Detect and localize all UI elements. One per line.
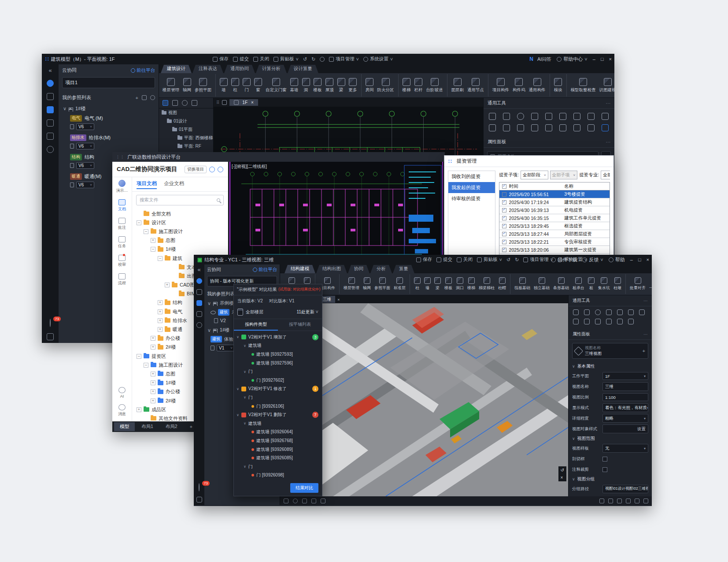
minimize-button[interactable]: – (630, 257, 633, 262)
ribbon-button[interactable]: 台阶坡道 (425, 74, 445, 97)
system-settings-menu[interactable]: 系统设置˅ (363, 56, 393, 62)
ribbon-button[interactable]: 洞 (300, 74, 312, 97)
split-tool-icon[interactable] (489, 124, 496, 131)
units-icon[interactable] (635, 499, 639, 503)
measure-tool-icon[interactable] (628, 319, 634, 324)
dialog-nav-item[interactable]: 我发起的提资 (448, 182, 495, 193)
feedback-menu[interactable]: 反馈˅ (582, 257, 603, 263)
group-tool-icon[interactable] (517, 124, 524, 131)
copy-tool-icon[interactable] (503, 113, 510, 120)
dialog-nav-item[interactable]: 我收到的提资 (448, 171, 495, 182)
ribbon-button[interactable]: 屋顶 (324, 74, 336, 97)
property-row[interactable]: ∨ 详细程度 粗略▾ (569, 413, 652, 424)
ribbon-button[interactable]: 楼板 (443, 274, 454, 294)
ribbon-button[interactable]: 批量对齐 (625, 274, 647, 294)
ribbon-button[interactable]: 楼层管理 (339, 274, 361, 294)
add-reference-icon[interactable]: + (136, 95, 138, 100)
layout-tab[interactable]: 布局1 (136, 422, 159, 431)
ribbon-button[interactable]: 楼层管理 (161, 74, 181, 97)
compare-tree-item[interactable]: ∨ 门 [93926098] (235, 471, 321, 480)
compare-tree-item[interactable]: ∨ 门 (235, 462, 321, 471)
ribbon-button[interactable]: 面层刷 (447, 74, 466, 97)
expand-toggle-icon[interactable]: − (144, 229, 148, 234)
compare-tree-item[interactable]: ∨ 建筑墙 (235, 419, 321, 428)
project-name-field[interactable]: 项目1 (62, 77, 155, 88)
ribbon-button[interactable]: 楼梯 (466, 274, 477, 294)
ribbon-tab[interactable]: 算量 (393, 265, 414, 273)
table-row[interactable]: 2025/4/30 17:19:24 建筑提资结构 一键提资 (499, 198, 610, 206)
split-view-icon[interactable] (222, 100, 227, 105)
ribbon-button[interactable]: 轴网 (361, 274, 373, 294)
redo-icon[interactable]: ↻ (311, 56, 315, 62)
stretch-tool-icon[interactable] (573, 319, 579, 324)
expand-arrow-icon[interactable]: ∨ (237, 413, 239, 417)
compare-tree-item[interactable]: ∨ 门 (235, 393, 321, 402)
ribbon-button[interactable]: 墙 (215, 74, 229, 97)
array-tool-icon[interactable] (503, 124, 510, 131)
w1-titlebar[interactable]: ∷ 建筑模型（M）- 平面视图: 1F 保存 提交 关闭 剪贴板˅ ↺ ↻ 项目… (42, 54, 614, 64)
row-checkbox[interactable] (502, 232, 506, 236)
file-tree-item[interactable]: − 1#楼 (134, 245, 226, 254)
model-cube-icon[interactable] (47, 93, 54, 100)
row-checkbox[interactable] (502, 208, 506, 212)
property-row[interactable]: ∨ 视图范围 ▾ (569, 434, 652, 443)
project-manage-menu[interactable]: 项目管理˅ (523, 257, 553, 263)
ribbon-tab[interactable]: 协同 (348, 265, 370, 273)
property-row[interactable]: ∨ 视图分组 ▾ (569, 475, 652, 484)
property-row[interactable]: ∨ 工作平面 1F▾ (569, 371, 652, 381)
add-icon[interactable]: + (643, 348, 645, 354)
compare-tree-item[interactable]: ∨ 建筑墙 (235, 342, 321, 350)
discipline-select[interactable]: 全部专业˅ (601, 171, 610, 179)
compare-tree-item[interactable]: ∨ 建筑墙 [93926085] (235, 454, 321, 462)
table-row[interactable]: 2025/3/13 18:20:06 建筑第一次提资 一键提资 (499, 246, 610, 254)
match-tool-icon[interactable] (602, 124, 609, 131)
ribbon-button[interactable]: 窗 (252, 74, 264, 97)
row-checkbox[interactable] (502, 192, 506, 197)
ribbon-button[interactable]: 更多 (347, 74, 359, 97)
filter-icon[interactable] (172, 100, 178, 106)
history-clock-icon[interactable] (320, 57, 325, 62)
row-checkbox[interactable] (502, 240, 506, 244)
rail-item[interactable]: AI (118, 387, 126, 398)
ribbon-tab[interactable]: 计算分析 (256, 65, 287, 73)
clipboard-button[interactable]: 剪贴板˅ (477, 257, 502, 263)
compare-tree-item[interactable]: ∨ V2相对于V1 增加了 3 (235, 333, 321, 342)
ribbon-button[interactable]: 条形基础 (551, 274, 571, 294)
ribbon-button[interactable]: 洞口 (454, 274, 466, 294)
bell-icon[interactable] (196, 497, 202, 502)
mirror-tool-icon[interactable] (588, 113, 595, 120)
ribbon-button[interactable]: 模型取整检查 (566, 74, 598, 97)
floors-select[interactable]: 全部楼层 (246, 309, 263, 315)
locate-icon[interactable] (150, 95, 155, 100)
cloud-sync-icon[interactable] (47, 333, 54, 340)
file-tree-item[interactable]: − 施工图设计 (134, 227, 226, 236)
expand-toggle-icon[interactable]: + (137, 407, 141, 412)
model-cube-icon[interactable] (196, 289, 202, 295)
collapse-sidebar-icon[interactable]: « (197, 266, 200, 273)
expand-arrow-icon[interactable]: ∨ (244, 370, 246, 374)
save-button[interactable]: 保存 (416, 257, 432, 263)
property-row[interactable]: ∨ 注释裁剪 ▾ (569, 464, 652, 475)
ribbon-tab[interactable]: 结构建模 (285, 265, 315, 273)
table-row[interactable]: 2025/3/13 18:27:44 局部图层提资 一键提资 (499, 230, 610, 238)
more-icon[interactable]: ⋯ (643, 298, 648, 303)
redo-icon[interactable]: ↻ (515, 257, 519, 263)
expand-toggle-icon[interactable]: + (151, 389, 155, 394)
view-tree-item[interactable]: 平面: 西侧楼梯… (159, 134, 213, 142)
project-manage-menu[interactable]: 项目管理˅ (329, 56, 358, 62)
expand-toggle-icon[interactable]: + (151, 345, 155, 350)
expand-toggle-icon[interactable]: + (158, 327, 163, 332)
expand-toggle-icon[interactable]: + (151, 398, 155, 403)
compare-tree-item[interactable]: ∨ 建筑墙 [93926064] (235, 428, 321, 437)
goto-platform-link[interactable]: 前往平台 (131, 67, 155, 74)
version-select[interactable]: V6˅ (76, 182, 94, 188)
ribbon-button[interactable]: 墙 (422, 274, 432, 294)
submit-button[interactable]: 提交 (436, 257, 452, 263)
ribbon-button[interactable]: 柱墩 (612, 274, 623, 294)
undo-icon[interactable]: ↺ (506, 257, 510, 263)
copy-tool-icon[interactable] (584, 309, 590, 315)
3d-viewport[interactable]: 1F三维 × (280, 295, 568, 496)
row-checkbox[interactable] (502, 224, 506, 228)
expand-toggle-icon[interactable]: − (158, 256, 163, 261)
robot-assistant-icon[interactable] (50, 319, 51, 327)
